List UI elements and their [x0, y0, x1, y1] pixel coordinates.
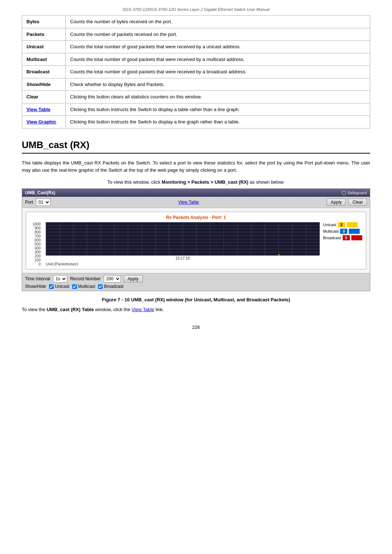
- section-title: UMB_cast (RX): [22, 139, 370, 154]
- grid-vline: [183, 222, 183, 255]
- grid-vline: [265, 222, 265, 255]
- yaxis-label: 900: [34, 226, 41, 230]
- grid-vline: [292, 222, 293, 255]
- figure-caption: Figure 7 - 10 UMB_cast (RX) window (for …: [22, 297, 370, 302]
- info-table-term: Unicast: [22, 41, 66, 53]
- yaxis-label: 100: [34, 258, 41, 262]
- grid-vline: [196, 222, 197, 255]
- yaxis-label: 0: [38, 262, 41, 266]
- info-table-desc: Counts the total number of good packets …: [66, 41, 370, 53]
- grid-vline: [128, 222, 128, 255]
- grid-vline: [278, 222, 279, 255]
- unicast-color-bar: [347, 222, 358, 227]
- unicast-checkbox-label[interactable]: Unicast: [49, 284, 69, 289]
- page-number: 226: [22, 325, 370, 330]
- widget-content: Rx Packets Analysis - Port: 1 1000900800…: [22, 208, 370, 273]
- yaxis-label: 800: [34, 230, 41, 234]
- info-table-desc: Clicking this button instructs the Switc…: [66, 116, 370, 129]
- yaxis-label: 300: [34, 250, 41, 254]
- multicast-value: 0: [340, 229, 347, 234]
- port-label: Port: [25, 200, 33, 205]
- yaxis-label: 400: [34, 246, 41, 250]
- chart-yaxis: 10009008007006005004003002001000: [29, 222, 42, 266]
- info-table-term: Clear: [22, 91, 66, 103]
- yaxis-label: 700: [34, 234, 41, 238]
- clear-button[interactable]: Clear: [348, 199, 367, 206]
- yaxis-label: 200: [34, 254, 41, 258]
- info-table-term[interactable]: View Table: [22, 103, 66, 116]
- port-select[interactable]: 01 02: [36, 199, 50, 206]
- info-table-desc: Counts the total number of good packets …: [66, 53, 370, 66]
- legend-broadcast: Broadcast 0: [323, 235, 363, 240]
- broadcast-value: 0: [343, 235, 350, 240]
- unicast-checkbox[interactable]: [49, 284, 54, 289]
- safeguard-logo: ◯ Safeguard: [342, 191, 367, 195]
- time-interval-select[interactable]: 1s 2s: [53, 275, 67, 282]
- chart-plot: [46, 222, 319, 255]
- chart-unit: Unit:(Packets/sec): [46, 262, 319, 266]
- info-table-link[interactable]: View Table: [26, 107, 50, 112]
- info-table-desc: Clicking this button clears all statisti…: [66, 91, 370, 103]
- info-table-desc: Counts the number of bytes received on t…: [66, 16, 370, 28]
- multicast-label: Multicast: [323, 229, 339, 233]
- widget-titlebar: UMB_Cast(Rx) ◯ Safeguard: [22, 189, 370, 197]
- legend-multicast: Multicast 0: [323, 229, 363, 234]
- legend-unicast: Unicast 2: [323, 222, 363, 227]
- yaxis-label: 600: [34, 238, 41, 242]
- broadcast-checkbox-label[interactable]: Broadcast: [98, 284, 123, 289]
- chart-legend: Unicast 2 Multicast 0 Broadcast 0: [323, 222, 363, 266]
- multicast-color-bar: [349, 229, 360, 234]
- grid-vline: [306, 222, 306, 255]
- broadcast-checkbox[interactable]: [98, 284, 103, 289]
- broadcast-label: Broadcast: [323, 236, 341, 240]
- grid-vline: [73, 222, 73, 255]
- grid-vline: [60, 222, 60, 255]
- safeguard-icon: ◯: [342, 191, 346, 195]
- grid-vline: [169, 222, 169, 255]
- info-table-desc: Counts the total number of good packets …: [66, 66, 370, 78]
- section-description: This table displays the UMB_cast RX Pack…: [22, 159, 370, 175]
- view-table-ref-bold: UMB_cast (RX) Table: [47, 307, 94, 312]
- widget-toolbar: Port 01 02 View Table Apply Clear: [22, 197, 370, 208]
- grid-vline: [142, 222, 142, 255]
- nav-path: Monitoring > Packets > UMB_cast (RX): [162, 179, 248, 185]
- grid-vline: [319, 222, 320, 255]
- grid-vline: [224, 222, 224, 255]
- unicast-value: 2: [338, 222, 345, 227]
- info-table-desc: Clicking this button instructs the Switc…: [66, 103, 370, 116]
- record-number-select[interactable]: 200 100: [104, 275, 121, 282]
- bottom-apply-button[interactable]: Apply: [124, 275, 143, 282]
- yaxis-label: 1000: [33, 222, 41, 226]
- widget-bottom: Time Interval 1s 2s Record Number 200 10…: [22, 273, 370, 291]
- info-table-link[interactable]: View Graphic: [26, 119, 56, 125]
- grid-vline: [237, 222, 238, 255]
- view-table-link[interactable]: View Table: [178, 200, 199, 205]
- apply-button[interactable]: Apply: [327, 199, 346, 206]
- multicast-checkbox[interactable]: [72, 284, 77, 289]
- doc-title: DGS-3700-12/DGS-3700-12G Series Layer 2 …: [22, 7, 370, 12]
- bottom-row-1: Time Interval 1s 2s Record Number 200 10…: [25, 275, 367, 282]
- grid-vline: [210, 222, 210, 255]
- info-table-term: Broadcast: [22, 66, 66, 78]
- info-table-term: Bytes: [22, 16, 66, 28]
- grid-vline: [251, 222, 252, 255]
- nav-instruction: To view this window, click Monitoring > …: [22, 179, 370, 185]
- info-table-term[interactable]: View Graphic: [22, 116, 66, 129]
- record-number-label: Record Number: [70, 276, 101, 281]
- widget-title: UMB_Cast(Rx): [25, 190, 55, 195]
- yaxis-label: 500: [34, 242, 41, 246]
- grid-vline: [101, 222, 101, 255]
- info-table: BytesCounts the number of bytes received…: [22, 15, 370, 129]
- chart-data-bar: [278, 254, 279, 255]
- widget-box: UMB_Cast(Rx) ◯ Safeguard Port 01 02 View…: [22, 188, 370, 291]
- chart-title: Rx Packets Analysis - Port: 1: [29, 215, 363, 220]
- view-table-ref-link[interactable]: View Table: [132, 307, 154, 312]
- info-table-term: Packets: [22, 28, 66, 41]
- info-table-desc: Counts the number of packets received on…: [66, 28, 370, 41]
- multicast-checkbox-label[interactable]: Multicast: [72, 284, 95, 289]
- grid-vline: [87, 222, 87, 255]
- chart-container: Rx Packets Analysis - Port: 1 1000900800…: [26, 212, 366, 269]
- time-interval-label: Time Interval: [25, 276, 50, 281]
- grid-vline: [155, 222, 156, 255]
- broadcast-color-bar: [351, 235, 362, 240]
